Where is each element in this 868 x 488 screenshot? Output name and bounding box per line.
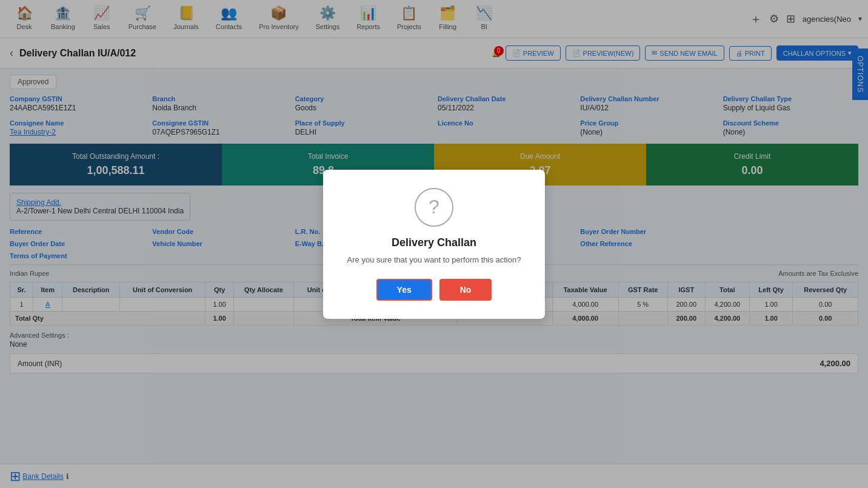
modal-title: Delivery Challan	[347, 236, 521, 249]
modal-overlay: ? Delivery Challan Are you sure that you…	[0, 0, 868, 488]
yes-button[interactable]: Yes	[376, 279, 432, 301]
modal-box: ? Delivery Challan Are you sure that you…	[323, 170, 546, 319]
modal-buttons: Yes No	[347, 279, 521, 301]
modal-message: Are you sure that you want to perform th…	[347, 255, 521, 264]
modal-question-icon: ?	[415, 188, 453, 227]
no-button[interactable]: No	[439, 279, 492, 301]
